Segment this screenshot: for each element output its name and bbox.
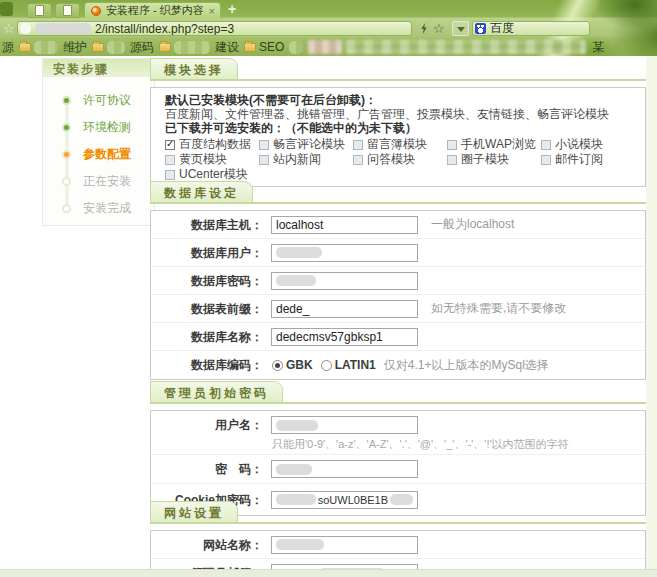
radio-icon[interactable] bbox=[272, 360, 283, 371]
document-icon bbox=[35, 5, 44, 16]
db-prefix-row: 数据表前缀： 如无特殊需要,请不要修改 bbox=[151, 295, 645, 323]
step-label: 正在安装 bbox=[83, 173, 131, 190]
password-input[interactable] bbox=[271, 460, 418, 478]
module-option[interactable]: 手机WAP浏览 bbox=[447, 137, 541, 152]
module-option[interactable]: 圈子模块 bbox=[447, 152, 541, 167]
password-label: 密 码： bbox=[151, 460, 263, 478]
module-label: 问答模块 bbox=[367, 151, 415, 168]
module-option[interactable]: 百度结构数据 bbox=[165, 137, 259, 152]
steps-panel-title: 安装步骤 bbox=[43, 59, 154, 77]
db-user-row: 数据库用户： bbox=[151, 239, 645, 267]
bookmark-item[interactable]: SEO bbox=[259, 40, 284, 54]
install-steps-panel: 安装步骤 许可协议 环境检测 参数配置 正在安装 安装完成 bbox=[42, 58, 155, 226]
step-item-env-check: 环境检测 bbox=[43, 114, 154, 141]
db-user-input[interactable] bbox=[271, 244, 418, 262]
db-host-input[interactable] bbox=[271, 216, 418, 234]
username-input[interactable] bbox=[271, 416, 418, 434]
censored-url-prefix bbox=[35, 23, 91, 34]
checkbox-icon[interactable] bbox=[165, 155, 175, 165]
db-name-input[interactable] bbox=[271, 328, 418, 346]
dropdown-button[interactable] bbox=[452, 21, 469, 36]
checkbox-icon[interactable] bbox=[165, 170, 175, 180]
checkbox-icon[interactable] bbox=[541, 155, 551, 165]
installed-modules-list: 百度新闻、文件管理器、挑错管理、广告管理、投票模块、友情链接、畅言评论模块 bbox=[165, 107, 631, 121]
db-prefix-label: 数据表前缀： bbox=[151, 300, 263, 318]
bookmark-item[interactable]: 建设 bbox=[215, 39, 239, 56]
checkbox-icon[interactable] bbox=[259, 140, 269, 150]
bookmark-item[interactable]: 维护 bbox=[63, 39, 87, 56]
bookmark-item[interactable] bbox=[19, 41, 58, 54]
folder-icon bbox=[159, 43, 171, 52]
search-box[interactable]: 百度 bbox=[472, 21, 590, 36]
url-field[interactable]: 2/install/index.php?step=3 bbox=[17, 21, 412, 36]
censored-bookmark bbox=[34, 41, 58, 54]
bookmark-star-icon[interactable]: ☆ bbox=[3, 21, 15, 36]
module-option[interactable]: 邮件订阅 bbox=[541, 152, 635, 167]
section-module-select: 模块选择 默认已安装模块(不需要可在后台卸载)： 百度新闻、文件管理器、挑错管理… bbox=[150, 60, 646, 187]
background-tab-1[interactable] bbox=[27, 3, 52, 18]
bookmark-item[interactable]: 源码 bbox=[130, 39, 154, 56]
module-label: 邮件订阅 bbox=[555, 151, 603, 168]
db-password-row: 数据库密码： bbox=[151, 267, 645, 295]
username-hint: 只能用'0-9'、'a-z'、'A-Z'、'.'、'@'、'_'、'-'、'!'… bbox=[272, 437, 569, 452]
module-label: 站内新闻 bbox=[273, 151, 321, 168]
url-text: 2/install/index.php?step=3 bbox=[95, 22, 234, 36]
checkbox-icon[interactable] bbox=[447, 140, 457, 150]
censored-bookmark bbox=[289, 41, 303, 54]
checkbox-icon[interactable] bbox=[353, 155, 363, 165]
new-tab-button[interactable]: + bbox=[228, 1, 236, 17]
background-tab-2[interactable] bbox=[55, 3, 80, 18]
radio-icon[interactable] bbox=[321, 360, 332, 371]
censored-bookmark bbox=[346, 40, 586, 54]
checkbox-icon[interactable] bbox=[259, 155, 269, 165]
module-option[interactable]: 留言簿模块 bbox=[353, 137, 447, 152]
module-option[interactable]: UCenter模块 bbox=[165, 167, 259, 182]
db-password-input[interactable] bbox=[271, 272, 418, 290]
db-host-row: 数据库主机： 一般为localhost bbox=[151, 211, 645, 239]
radio-option-latin1[interactable]: LATIN1 bbox=[321, 358, 376, 372]
page-right-strip bbox=[646, 56, 657, 577]
page-bottom-bar bbox=[0, 569, 657, 577]
module-option[interactable]: 站内新闻 bbox=[259, 152, 353, 167]
checkbox-icon[interactable] bbox=[447, 155, 457, 165]
tab-title: 安装程序 - 织梦内容管理系 bbox=[106, 3, 204, 18]
module-option[interactable]: 畅言评论模块 bbox=[259, 137, 353, 152]
active-tab[interactable]: 安装程序 - 织梦内容管理系 × bbox=[84, 2, 221, 18]
db-prefix-hint: 如无特殊需要,请不要修改 bbox=[431, 300, 566, 317]
lightning-icon[interactable] bbox=[420, 23, 428, 34]
section-database: 数据库设定 数据库主机： 一般为localhost 数据库用户： 数据库密码： … bbox=[150, 183, 646, 380]
step-item-parameters: 参数配置 bbox=[43, 141, 154, 168]
module-option[interactable]: 问答模块 bbox=[353, 152, 447, 167]
db-user-label: 数据库用户： bbox=[151, 244, 263, 262]
step-item-finished: 安装完成 bbox=[43, 195, 154, 222]
radio-option-gbk[interactable]: GBK bbox=[272, 358, 313, 372]
admin-username-row: 用户名： 只能用'0-9'、'a-z'、'A-Z'、'.'、'@'、'_'、'-… bbox=[151, 411, 645, 455]
chevron-down-icon bbox=[457, 27, 465, 32]
bookmark-item[interactable]: 某 bbox=[592, 39, 604, 56]
step-label: 安装完成 bbox=[83, 200, 131, 217]
tab-close-icon[interactable]: × bbox=[204, 5, 220, 17]
censored-bookmark bbox=[308, 40, 342, 54]
bookmark-item[interactable]: SEO bbox=[244, 40, 284, 54]
step-dot bbox=[62, 123, 71, 132]
db-prefix-input[interactable] bbox=[271, 300, 418, 318]
bookmark-item[interactable] bbox=[92, 41, 125, 54]
step-dot bbox=[62, 150, 71, 159]
site-name-input[interactable] bbox=[271, 536, 418, 554]
checkbox-icon[interactable] bbox=[165, 140, 175, 150]
browser-window: 安装程序 - 织梦内容管理系 × + ☆ 2/install/index.php… bbox=[0, 0, 657, 577]
checkbox-icon[interactable] bbox=[353, 140, 363, 150]
favorite-star-icon[interactable]: ☆ bbox=[433, 21, 445, 36]
checkbox-icon[interactable] bbox=[541, 140, 551, 150]
bookmark-item[interactable] bbox=[159, 41, 210, 54]
bookmark-item[interactable]: 源 bbox=[2, 39, 14, 56]
installer-page: 安装步骤 许可协议 环境检测 参数配置 正在安装 安装完成 bbox=[0, 56, 657, 577]
section-title: 网站设置 bbox=[150, 501, 238, 524]
module-option[interactable]: 小说模块 bbox=[541, 137, 635, 152]
encoding-radio-group: GBK LATIN1 仅对4.1+以上版本的MySql选择 bbox=[272, 357, 549, 374]
encoding-note: 仅对4.1+以上版本的MySql选择 bbox=[384, 357, 549, 374]
browser-menu-icon[interactable] bbox=[0, 2, 13, 16]
admin-password-row: 密 码： bbox=[151, 455, 645, 484]
module-option[interactable]: 黄页模块 bbox=[165, 152, 259, 167]
db-name-row: 数据库名称： bbox=[151, 323, 645, 351]
